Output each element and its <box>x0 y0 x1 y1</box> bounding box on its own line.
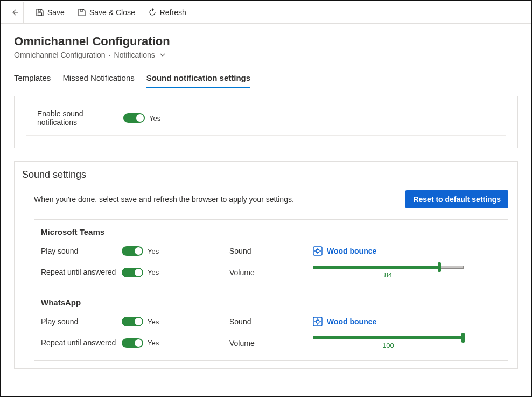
play-sound-label: Play sound <box>41 247 122 255</box>
reset-default-button[interactable]: Reset to default settings <box>405 190 508 208</box>
sound-settings-help: When you're done, select save and refres… <box>34 195 294 204</box>
sound-selector[interactable]: Wood bounce <box>313 317 376 326</box>
play-sound-label: Play sound <box>41 317 122 326</box>
tab-templates[interactable]: Templates <box>14 69 51 88</box>
repeat-value: Yes <box>148 268 159 276</box>
channel-block: WhatsApp Play sound Yes Sound Wood bounc… <box>34 290 508 360</box>
channel-name: Microsoft Teams <box>41 227 501 236</box>
save-close-label: Save & Close <box>89 8 135 17</box>
repeat-label: Repeat until answered <box>41 338 122 347</box>
back-button[interactable] <box>5 2 24 23</box>
breadcrumb-separator: · <box>109 51 111 59</box>
sound-selector[interactable]: Wood bounce <box>313 246 376 256</box>
command-bar: Save Save & Close Refresh <box>1 1 531 24</box>
volume-field-label: Volume <box>229 268 313 277</box>
svg-rect-0 <box>38 9 41 11</box>
sound-field-label: Sound <box>229 317 313 326</box>
channel-block: Microsoft Teams Play sound Yes Sound Woo… <box>34 220 508 290</box>
enable-sound-value: Yes <box>149 114 160 122</box>
tab-list: Templates Missed Notifications Sound not… <box>14 69 518 88</box>
volume-slider[interactable] <box>313 266 464 269</box>
svg-rect-2 <box>80 9 83 11</box>
sound-icon <box>313 317 323 326</box>
refresh-button[interactable]: Refresh <box>143 5 192 20</box>
tab-sound-notification-settings[interactable]: Sound notification settings <box>146 69 250 88</box>
volume-slider[interactable] <box>313 336 464 339</box>
breadcrumb-root[interactable]: Omnichannel Configuration <box>14 51 106 59</box>
enable-sound-toggle[interactable] <box>123 113 145 123</box>
svg-point-6 <box>316 320 319 323</box>
sound-settings-title: Sound settings <box>22 169 510 180</box>
sound-settings-panel: Sound settings When you're done, select … <box>14 161 518 369</box>
enable-sound-label: Enable sound notifications <box>37 109 123 127</box>
volume-value: 100 <box>313 342 464 350</box>
refresh-icon <box>148 8 157 17</box>
tab-missed-notifications[interactable]: Missed Notifications <box>62 69 134 88</box>
save-button[interactable]: Save <box>30 5 70 20</box>
volume-field-label: Volume <box>229 339 313 347</box>
sound-name: Wood bounce <box>327 317 376 326</box>
breadcrumb: Omnichannel Configuration · Notification… <box>14 51 518 59</box>
svg-rect-1 <box>38 13 42 16</box>
sound-icon <box>313 246 323 256</box>
repeat-value: Yes <box>148 339 159 347</box>
repeat-toggle[interactable] <box>122 338 143 348</box>
repeat-toggle[interactable] <box>122 268 143 277</box>
save-icon <box>36 8 44 17</box>
page-title: Omnichannel Configuration <box>14 34 518 48</box>
chevron-down-icon[interactable] <box>159 52 166 58</box>
breadcrumb-leaf[interactable]: Notifications <box>114 51 155 59</box>
sound-name: Wood bounce <box>327 247 376 255</box>
play-sound-toggle[interactable] <box>122 317 143 326</box>
save-label: Save <box>47 8 65 17</box>
sound-field-label: Sound <box>229 247 313 255</box>
play-sound-value: Yes <box>148 247 159 255</box>
svg-point-4 <box>316 249 319 253</box>
channel-list: Microsoft Teams Play sound Yes Sound Woo… <box>34 219 508 361</box>
repeat-label: Repeat until answered <box>41 268 122 277</box>
save-close-icon <box>78 8 86 17</box>
channel-name: WhatsApp <box>41 298 501 307</box>
play-sound-value: Yes <box>148 318 159 326</box>
refresh-label: Refresh <box>160 8 186 17</box>
arrow-left-icon <box>10 8 19 17</box>
volume-value: 84 <box>313 271 464 279</box>
play-sound-toggle[interactable] <box>122 246 143 256</box>
save-close-button[interactable]: Save & Close <box>72 5 141 20</box>
enable-sound-panel: Enable sound notifications Yes <box>14 96 518 148</box>
